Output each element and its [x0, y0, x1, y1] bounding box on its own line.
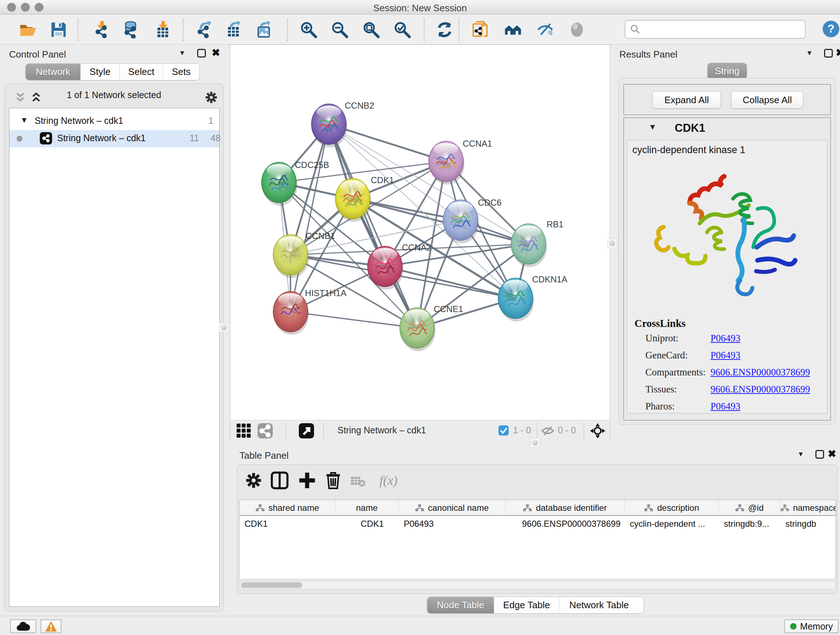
warnings-button[interactable] — [41, 619, 62, 633]
network-view-toolbar: String Network – cdk1 1 - 0 0 - 0 — [231, 420, 609, 441]
selected-nodes-checkbox-icon[interactable] — [498, 425, 509, 436]
left-splitter-handle[interactable] — [219, 323, 229, 333]
crosslink-link[interactable]: 9606.ENSP00000378699 — [711, 384, 810, 395]
results-panel-menu-icon[interactable]: ▾ — [807, 48, 812, 57]
export-table-icon[interactable] — [224, 19, 244, 40]
network-node-HIST1H1A[interactable]: HIST1H1A — [273, 288, 347, 335]
save-session-icon[interactable] — [49, 19, 69, 40]
import-table-icon[interactable] — [153, 19, 173, 40]
tab-network-table[interactable]: Network Table — [559, 597, 639, 613]
network-node-CCNE1[interactable]: CCNE1 — [400, 304, 463, 351]
network-view-panel[interactable]: CCNB2CCNA1CDC25BCDK1CDC6RB1CCNB1CCNA2CDK… — [230, 44, 610, 441]
right-splitter-handle[interactable] — [607, 239, 617, 248]
control-panel-float-icon[interactable] — [197, 49, 206, 57]
table-panel-float-icon[interactable] — [815, 450, 824, 459]
create-column-plus-icon[interactable] — [298, 471, 316, 489]
table-cell[interactable]: stringdb:9... — [724, 519, 778, 529]
network-graph[interactable]: CCNB2CCNA1CDC25BCDK1CDC6RB1CCNB1CCNA2CDK… — [231, 45, 609, 420]
crosslink-label: Tissues: — [645, 384, 677, 394]
node-label-CCNE1: CCNE1 — [434, 304, 463, 314]
network-node-CCNA1[interactable]: CCNA1 — [429, 139, 492, 185]
table-cell[interactable]: 9606.ENSP00000378699 — [522, 519, 634, 529]
crosslink-link[interactable]: P06493 — [711, 333, 741, 344]
table-panel-close-icon[interactable]: ✖ — [828, 448, 836, 460]
memory-label: Memory — [800, 621, 833, 632]
network-edge-HIST1H1A-CCNE1[interactable] — [291, 312, 417, 328]
tab-select[interactable]: Select — [120, 64, 163, 80]
network-node-CDC6[interactable]: CDC6 — [443, 198, 501, 243]
table-options-gear-icon[interactable] — [245, 471, 263, 489]
tab-string[interactable]: String — [707, 63, 747, 79]
entry-collapse-icon[interactable]: ▼ — [649, 122, 657, 132]
clone-network-icon[interactable] — [470, 19, 491, 40]
expand-all-button[interactable]: Expand All — [652, 91, 721, 109]
crosslink-link[interactable]: P06493 — [711, 401, 741, 412]
control-panel-menu-icon[interactable]: ▾ — [180, 48, 184, 57]
delete-column-trash-icon[interactable] — [324, 471, 342, 489]
scrollbar-handle[interactable] — [241, 582, 302, 588]
zoom-selected-icon[interactable] — [392, 19, 412, 40]
network-overview-icon[interactable] — [257, 423, 273, 439]
network-node-CCNB2[interactable]: CCNB2 — [311, 101, 374, 147]
zoom-out-icon[interactable] — [330, 19, 350, 40]
network-node-CDKN1A[interactable]: CDKN1A — [498, 274, 567, 321]
hide-results-icon[interactable] — [535, 19, 555, 40]
table-panel-menu-icon[interactable]: ▾ — [799, 449, 803, 459]
column-header-description[interactable]: description — [625, 500, 719, 516]
import-network-database-icon[interactable] — [120, 19, 141, 40]
tab-sets[interactable]: Sets — [163, 64, 199, 80]
cloud-status-button[interactable] — [10, 619, 36, 633]
tab-style[interactable]: Style — [81, 64, 120, 80]
fit-selected-crosshair-icon[interactable] — [590, 423, 606, 439]
zoom-in-icon[interactable] — [298, 19, 319, 40]
node-table[interactable]: shared namenamecanonical namedatabase id… — [239, 500, 836, 578]
network-tab-content: 1 of 1 Network selected ▼ String Network… — [4, 84, 224, 611]
title-bar: Session: New Session — [0, 0, 840, 14]
tab-edge-table[interactable]: Edge Table — [494, 597, 559, 613]
memory-button[interactable]: Memory — [784, 619, 838, 633]
export-network-icon[interactable] — [194, 19, 214, 40]
results-panel-close-icon[interactable]: ✖ — [836, 47, 840, 59]
network-node-CDC25B[interactable]: CDC25B — [262, 160, 329, 206]
table-cell[interactable]: P06493 — [404, 519, 503, 529]
open-in-new-window-icon[interactable] — [298, 423, 314, 439]
search-input[interactable] — [625, 20, 806, 39]
column-header-namespace[interactable]: namespace — [780, 500, 836, 516]
help-button[interactable]: ? — [822, 20, 840, 38]
network-node-RB1[interactable]: RB1 — [511, 219, 564, 267]
zoom-fit-icon[interactable] — [361, 19, 381, 40]
table-cell[interactable]: CDK1 — [245, 519, 333, 529]
crosslink-link[interactable]: 9606.ENSP00000378699 — [711, 367, 810, 378]
column-header--id[interactable]: @id — [719, 500, 780, 516]
import-network-file-icon[interactable] — [92, 19, 112, 40]
network-options-gear-icon[interactable] — [204, 90, 218, 104]
column-header-database-identifier[interactable]: database identifier — [505, 500, 625, 516]
string-home-icon[interactable] — [503, 19, 523, 40]
export-image-icon[interactable] — [254, 19, 274, 40]
table-cell[interactable]: stringdb — [785, 519, 836, 529]
network-view-row[interactable]: String Network – cdk1 11 48 — [9, 130, 219, 147]
network-collection-row[interactable]: ▼ String Network – cdk1 1 — [9, 114, 219, 130]
results-panel-float-icon[interactable] — [824, 49, 833, 57]
control-panel-close-icon[interactable]: ✖ — [212, 47, 220, 59]
cloud-icon — [16, 621, 30, 631]
tab-network[interactable]: Network — [26, 64, 81, 80]
bottom-splitter-handle[interactable] — [531, 438, 540, 448]
column-header-shared-name[interactable]: shared name — [240, 500, 335, 516]
show-columns-icon[interactable] — [271, 471, 289, 489]
network-tree: ▼ String Network – cdk1 1 String Network… — [9, 108, 219, 607]
table-horizontal-scrollbar[interactable] — [239, 581, 836, 589]
toolbar-separator — [286, 422, 286, 440]
tab-node-table[interactable]: Node Table — [427, 597, 494, 613]
birds-eye-view-icon[interactable] — [236, 423, 252, 439]
network-node-CCNB1[interactable]: CCNB1 — [273, 231, 335, 278]
crosslink-link[interactable]: P06493 — [711, 350, 741, 361]
node-entry-header[interactable]: ▼ CDK1 — [624, 118, 830, 138]
column-header-canonical-name[interactable]: canonical name — [399, 500, 505, 516]
column-header-name[interactable]: name — [335, 500, 399, 516]
refresh-layout-icon[interactable] — [434, 19, 455, 40]
collection-expand-icon[interactable]: ▼ — [20, 116, 28, 125]
table-cell[interactable]: cyclin-dependent ... — [630, 519, 717, 529]
open-session-icon[interactable] — [18, 19, 38, 40]
collapse-all-button[interactable]: Collapse All — [731, 91, 804, 109]
